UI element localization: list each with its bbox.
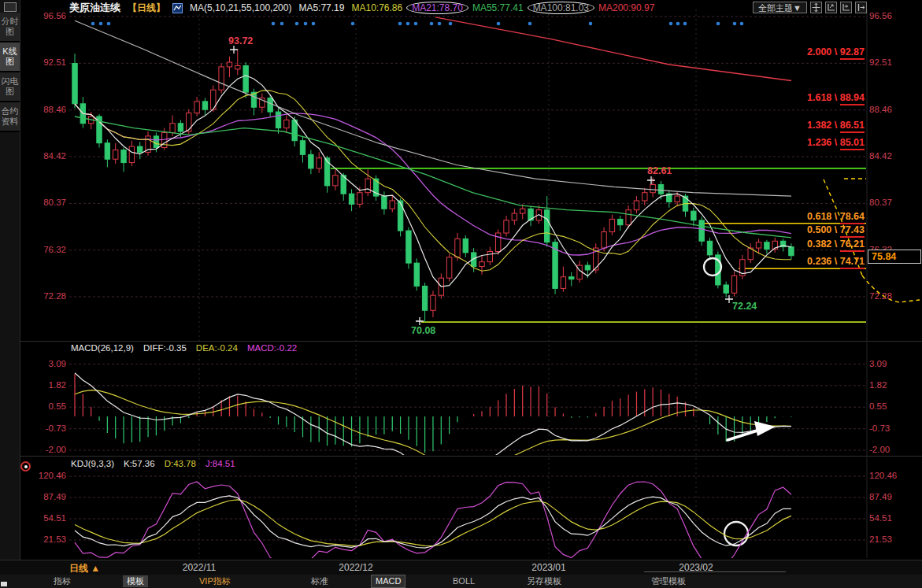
ma5-value: MA5:77.19 <box>298 2 344 13</box>
window-grid-icon[interactable] <box>4 2 17 12</box>
kdj-header: KDJ(9,3,3) K:57.36 D:43.78 J:84.51 <box>71 459 235 468</box>
resize-grip[interactable] <box>1 582 7 586</box>
svg-text:72.24: 72.24 <box>732 301 757 312</box>
tab-boll[interactable]: BOLL <box>449 575 479 587</box>
sidebar-item-lightning-chart[interactable]: 闪电图 <box>0 72 20 102</box>
crosshair-icon[interactable] <box>810 2 822 13</box>
macd-diff-value: DIFF:-0.35 <box>143 343 187 353</box>
x-label: 2022/11 <box>183 562 217 573</box>
chart-header: 美原油连续 【日线】 MA(5,10,21,55,100,200) MA5:77… <box>69 2 654 14</box>
macd-header: MACD(26,12,9) DIFF:-0.35 DEA:-0.24 MACD:… <box>71 343 297 353</box>
ma100-value-circled: MA100:81.03 <box>528 2 594 14</box>
tab-standard[interactable]: 标准 <box>307 575 332 587</box>
left-sidebar: 分时图 K线图 闪电图 合约资料 <box>0 0 20 575</box>
ma21-value-circled: MA21:78.70 <box>406 2 468 14</box>
svg-text:70.08: 70.08 <box>411 325 435 336</box>
scale-axis-icon[interactable] <box>825 2 837 13</box>
tab-templates[interactable]: 模板 <box>123 575 148 587</box>
kdj-d-value: D:43.78 <box>165 459 196 468</box>
svg-text:93.72: 93.72 <box>228 35 253 46</box>
top-toolbar: 全部主题▼ <box>753 2 867 13</box>
macd-value: MACD:-0.22 <box>247 343 297 353</box>
indicator-target-icon[interactable] <box>20 461 31 472</box>
x-scrollbar[interactable] <box>644 571 786 572</box>
sidebar-item-timeshare-chart[interactable]: 分时图 <box>0 13 20 43</box>
date-axis: 日线 ▲ 2022/11 2022/12 2023/01 2023/02 <box>0 560 922 575</box>
bottom-tabbar: 指标 模板 VIP指标 标准 MACD BOLL 另存模板 管理模板 <box>0 575 922 588</box>
kdj-title: KDJ(9,3,3) <box>71 459 114 468</box>
ma10-value: MA10:76.86 <box>351 2 402 13</box>
ma-formula: MA(5,10,21,55,100,200) <box>190 2 291 13</box>
kdj-j-value: J:84.51 <box>206 459 235 468</box>
kline-chart-icon[interactable] <box>172 3 183 13</box>
period-tag: 【日线】 <box>128 2 165 15</box>
x-label: 2022/12 <box>339 562 372 573</box>
macd-title: MACD(26,12,9) <box>71 343 134 353</box>
all-themes-dropdown[interactable]: 全部主题▼ <box>753 2 807 13</box>
exit-panel-icon[interactable] <box>855 2 867 13</box>
tab-macd[interactable]: MACD <box>372 575 405 587</box>
tab-manage-templates[interactable]: 管理模板 <box>647 575 690 587</box>
ma200-value: MA200:90.97 <box>598 2 654 13</box>
tab-vip-indicators[interactable]: VIP指标 <box>195 575 235 587</box>
move-axis-icon[interactable] <box>840 2 852 13</box>
symbol-title: 美原油连续 <box>69 1 120 15</box>
chart-canvas[interactable]: 93.7282.6170.0872.24 <box>0 0 922 588</box>
sidebar-item-kline-chart[interactable]: K线图 <box>0 43 20 72</box>
svg-text:82.61: 82.61 <box>647 165 672 176</box>
tab-indicators[interactable]: 指标 <box>50 575 75 587</box>
x-label: 2023/01 <box>531 562 565 573</box>
sidebar-item-contract-info[interactable]: 合约资料 <box>0 102 20 132</box>
tab-save-template[interactable]: 另存模板 <box>523 575 565 587</box>
period-selector[interactable]: 日线 ▲ <box>69 562 100 575</box>
macd-dea-value: DEA:-0.24 <box>196 343 238 353</box>
ma55-value: MA55:77.41 <box>472 2 524 13</box>
kdj-k-value: K:57.36 <box>124 459 155 468</box>
current-price-badge: 75.84 <box>868 250 921 264</box>
